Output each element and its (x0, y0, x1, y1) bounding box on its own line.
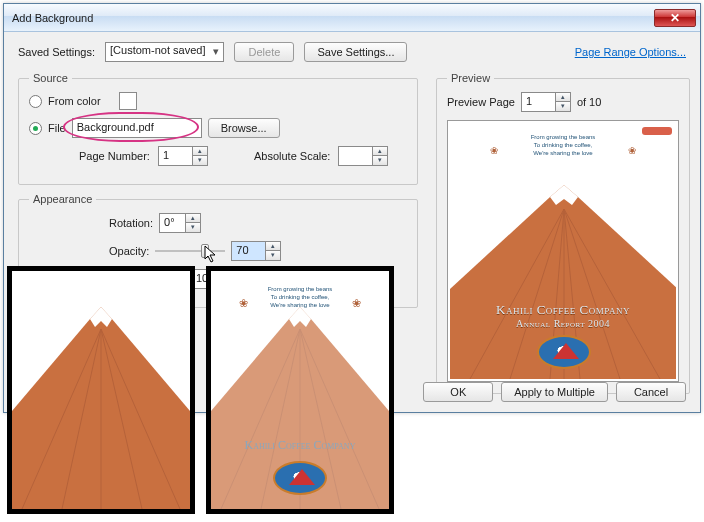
preview-page-spinner[interactable]: 1▴▾ (521, 92, 571, 112)
file-radio[interactable] (29, 122, 42, 135)
preview-group: Preview Preview Page 1▴▾ of 10 From grow… (436, 72, 690, 394)
source-group: Source From color File Background.pdf Br… (18, 72, 418, 185)
titlebar[interactable]: Add Background ✕ (4, 4, 700, 32)
page-number-spinner[interactable]: 1▴▾ (158, 146, 208, 166)
dialog-title: Add Background (12, 12, 654, 24)
preview-of-label: of 10 (577, 96, 601, 108)
preview-canvas: From growing the beans To drinking the c… (447, 120, 679, 382)
company-subtitle: Annual Report 2004 (450, 318, 676, 329)
browse-button[interactable]: Browse... (208, 118, 280, 138)
delete-button[interactable]: Delete (234, 42, 294, 62)
absolute-scale-label: Absolute Scale: (254, 150, 330, 162)
file-label: File (48, 122, 66, 134)
kahili-logo (537, 335, 591, 369)
leaf-icon: ❀ (490, 145, 498, 156)
color-swatch[interactable] (119, 92, 137, 110)
source-legend: Source (29, 72, 72, 84)
kahili-logo (273, 461, 327, 495)
saved-settings-select[interactable]: [Custom-not saved] (105, 42, 224, 62)
close-button[interactable]: ✕ (654, 9, 696, 27)
company-title: Kahili Coffee Company (450, 302, 676, 318)
rotation-spinner[interactable]: 0°▴▾ (159, 213, 201, 233)
preview-page-label: Preview Page (447, 96, 515, 108)
page-number-label: Page Number: (79, 150, 150, 162)
rotation-label: Rotation: (109, 217, 153, 229)
background-only-thumbnail (7, 266, 195, 514)
save-settings-button[interactable]: Save Settings... (304, 42, 407, 62)
opacity-slider[interactable] (155, 242, 225, 260)
from-color-radio[interactable] (29, 95, 42, 108)
file-input[interactable]: Background.pdf (72, 118, 202, 138)
apply-multiple-button[interactable]: Apply to Multiple (501, 382, 608, 402)
absolute-scale-spinner[interactable]: ▴▾ (338, 146, 388, 166)
saved-settings-label: Saved Settings: (18, 46, 95, 58)
preview-legend: Preview (447, 72, 494, 84)
opacity-spinner[interactable]: 70▴▾ (231, 241, 281, 261)
page-range-link[interactable]: Page Range Options... (575, 46, 686, 58)
cancel-button[interactable]: Cancel (616, 382, 686, 402)
leaf-icon: ❀ (628, 145, 636, 156)
result-thumbnail: From growing the beans To drinking the c… (206, 266, 394, 514)
ok-button[interactable]: OK (423, 382, 493, 402)
appearance-legend: Appearance (29, 193, 96, 205)
from-color-label: From color (48, 95, 101, 107)
opacity-label: Opacity: (109, 245, 149, 257)
